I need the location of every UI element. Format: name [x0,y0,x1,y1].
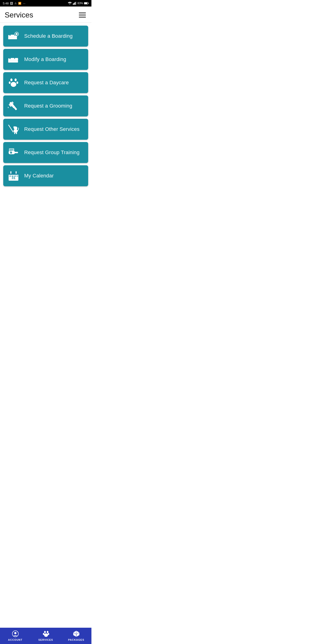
svg-rect-49 [8,174,18,175]
alert-icon: ⚠ [14,2,17,5]
bed-icon [7,53,19,66]
request-daycare-label: Request a Daycare [24,80,69,86]
svg-rect-6 [88,3,89,4]
menu-button[interactable] [78,12,87,18]
svg-rect-0 [73,4,73,5]
my-calendar-button[interactable]: 31 My Calendar [3,165,88,186]
svg-rect-1 [73,3,74,5]
svg-point-21 [15,78,17,81]
status-left: 5:48 🖼 ⚠ ⏩ ··· [3,2,25,5]
svg-rect-17 [8,58,10,63]
svg-line-34 [8,125,13,132]
comb-icon [7,100,19,112]
my-calendar-label: My Calendar [24,173,54,179]
request-grooming-label: Request a Grooming [24,103,72,109]
services-list: Schedule a Boarding Modify a Boarding [0,23,91,189]
svg-rect-19 [15,58,18,60]
svg-rect-51 [15,171,17,174]
svg-rect-16 [8,60,18,63]
schedule-boarding-button[interactable]: Schedule a Boarding [3,26,88,46]
svg-rect-55 [14,176,16,177]
hamburger-line-3 [79,17,86,18]
bed-plus-icon [7,30,19,42]
page-title: Services [5,11,33,19]
svg-point-22 [9,82,11,84]
image-icon: 🖼 [10,2,13,5]
dots-icon: ··· [23,2,25,5]
svg-rect-14 [15,34,18,35]
schedule-boarding-label: Schedule a Boarding [24,33,73,39]
svg-rect-11 [10,35,14,37]
svg-rect-10 [8,35,10,39]
svg-point-24 [11,82,16,87]
status-time: 5:48 [3,2,8,5]
svg-rect-54 [12,176,14,177]
app-header: Services [0,6,91,23]
hamburger-line-1 [79,12,86,13]
svg-rect-2 [74,2,75,5]
svg-point-20 [10,78,12,81]
svg-rect-26 [8,106,9,108]
status-bar: 5:48 🖼 ⚠ ⏩ ··· 83% [0,0,91,6]
modify-boarding-button[interactable]: Modify a Boarding [3,49,88,70]
svg-point-23 [16,82,18,84]
battery-percent: 83% [77,2,83,5]
request-group-training-button[interactable]: Request Group Training [3,142,88,163]
signal-icon [73,2,76,5]
battery-icon [84,2,89,5]
request-other-label: Request Other Services [24,126,79,132]
svg-rect-18 [10,58,14,60]
calendar-icon: 31 [7,170,19,182]
svg-rect-41 [14,152,18,153]
request-grooming-button[interactable]: Request a Grooming [3,96,88,116]
svg-rect-4 [76,2,76,5]
forward-icon: ⏩ [18,2,21,5]
request-daycare-button[interactable]: Request a Daycare [3,72,88,93]
request-group-training-label: Request Group Training [24,150,79,156]
status-right: 83% [68,2,89,5]
svg-rect-38 [14,132,15,134]
svg-rect-53 [9,176,11,177]
whistle-icon [7,146,19,158]
svg-rect-7 [84,2,87,4]
hamburger-line-2 [79,15,86,15]
svg-rect-56 [17,176,18,177]
svg-rect-39 [16,132,17,134]
request-other-button[interactable]: Request Other Services [3,119,88,140]
paw-icon [7,76,19,89]
modify-boarding-label: Modify a Boarding [24,56,66,62]
dog-training-icon [7,123,19,135]
wifi-icon [68,2,72,5]
svg-rect-3 [75,2,76,5]
svg-rect-50 [10,171,12,174]
